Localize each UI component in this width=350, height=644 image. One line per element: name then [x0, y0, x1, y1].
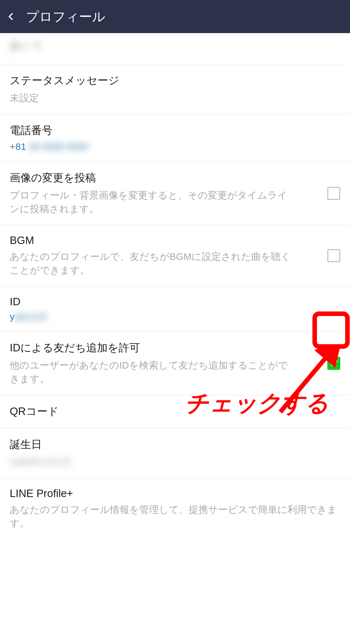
allow-add-subtitle: 他のユーザーがあなたのIDを検索して友だち追加することができます。: [10, 358, 318, 386]
back-icon[interactable]: [6, 12, 16, 21]
allow-add-row[interactable]: IDによる友だち追加を許可 他のユーザーがあなたのIDを検索して友だち追加するこ…: [0, 332, 350, 395]
birthday-title: 誕生日: [10, 437, 340, 452]
id-title: ID: [10, 296, 340, 308]
bgm-title: BGM: [10, 234, 318, 247]
birthday-row[interactable]: 誕生日 1990年1月1日: [0, 428, 350, 478]
id-row[interactable]: ID yabc123: [0, 286, 350, 332]
phone-value: +81 00 0000 0000: [10, 141, 340, 152]
birthday-value: 1990年1月1日: [10, 455, 340, 469]
blurred-birthday: 1990年1月1日: [10, 455, 71, 469]
blurred-id: abc123: [15, 311, 46, 322]
page-title: プロフィール: [26, 8, 105, 26]
post-image-subtitle: プロフィール・背景画像を変更すると、その変更がタイムラインに投稿されます。: [10, 188, 318, 216]
qr-row[interactable]: QRコード: [0, 395, 350, 428]
allow-add-checkbox[interactable]: [327, 357, 340, 370]
blurred-phone: 00 0000 0000: [29, 141, 88, 152]
status-message-row[interactable]: ステータスメッセージ 未設定: [0, 64, 350, 114]
qr-title: QRコード: [10, 404, 340, 419]
post-image-row[interactable]: 画像の変更を投稿 プロフィール・背景画像を変更すると、その変更がタイムラインに投…: [0, 162, 350, 225]
phone-title: 電話番号: [10, 123, 340, 138]
status-message-title: ステータスメッセージ: [10, 73, 340, 88]
blurred-name: あいう: [10, 38, 43, 53]
allow-add-title: IDによる友だち追加を許可: [10, 341, 318, 355]
post-image-checkbox[interactable]: [327, 187, 340, 200]
profile-plus-title: LINE Profile+: [10, 487, 340, 500]
phone-row[interactable]: 電話番号 +81 00 0000 0000: [0, 114, 350, 162]
post-image-title: 画像の変更を投稿: [10, 171, 318, 185]
status-message-subtitle: 未設定: [10, 91, 340, 105]
bgm-checkbox[interactable]: [327, 249, 340, 262]
bgm-subtitle: あなたのプロフィールで、友だちがBGMに設定された曲を聴くことができます。: [10, 250, 318, 277]
profile-plus-subtitle: あなたのプロフィール情報を管理して、提携サービスで簡単に利用できます。: [10, 503, 340, 530]
header: プロフィール: [0, 0, 350, 33]
name-row[interactable]: あいう: [0, 33, 350, 64]
bgm-row[interactable]: BGM あなたのプロフィールで、友だちがBGMに設定された曲を聴くことができます…: [0, 225, 350, 286]
profile-plus-row[interactable]: LINE Profile+ あなたのプロフィール情報を管理して、提携サービスで簡…: [0, 478, 350, 539]
id-value: yabc123: [10, 311, 340, 322]
name-value: あいう: [10, 38, 340, 53]
